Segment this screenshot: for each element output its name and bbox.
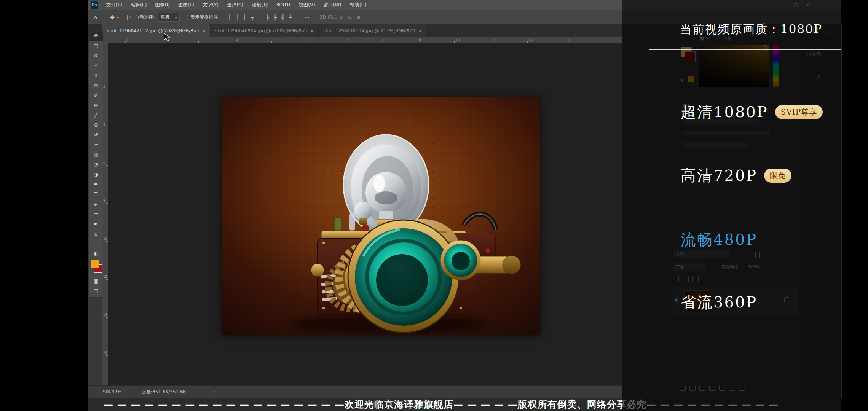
vertical-ruler: 2 4 6 8 10 12 14 16: [102, 43, 109, 385]
shape-tool[interactable]: ▭: [89, 209, 103, 219]
quality-option-360p[interactable]: 省流360P: [681, 292, 757, 312]
auto-select-checkbox[interactable]: ✓: [127, 15, 132, 20]
eyedropper-tool[interactable]: ✐: [89, 90, 103, 100]
video-frame: Ps 文件(F) 编辑(E) 图像(I) 图层(L) 文字(Y) 选择(S) 滤…: [0, 0, 868, 411]
free-badge: 限免: [764, 169, 791, 183]
overlay-divider: [649, 49, 841, 50]
pan-3d-icon[interactable]: ⊕: [356, 14, 361, 20]
dodge-tool[interactable]: ◑: [89, 169, 103, 179]
frame-tool[interactable]: ⊠: [89, 80, 103, 90]
hand-tool[interactable]: ☛: [89, 219, 103, 229]
menu-view[interactable]: 视图(V): [294, 0, 319, 10]
align-right-icon[interactable]: ╡: [243, 14, 246, 20]
rotate-cw-icon[interactable]: ↻: [348, 14, 352, 20]
document-size: 文档:351.6K/351.6K: [142, 389, 186, 395]
dist-bottom-icon[interactable]: ╨: [289, 14, 292, 20]
move-caret-icon[interactable]: ▾: [117, 15, 119, 20]
quality-label: 高清720P: [681, 166, 757, 185]
crop-tool[interactable]: ⌗: [89, 70, 103, 80]
svip-badge: SVIP尊享: [775, 105, 823, 119]
eraser-tool[interactable]: ▱: [89, 140, 103, 150]
tab-label: shot_1296042112.jpg @ 208%(RGB/8#): [107, 28, 199, 33]
canvas-pasteboard[interactable]: [108, 43, 622, 385]
align-left-icon[interactable]: ╞: [228, 14, 231, 20]
color-swatches: [89, 258, 103, 276]
menu-file[interactable]: 文件(F): [102, 0, 126, 10]
quality-option-480p-selected[interactable]: 流畅480P: [681, 229, 757, 249]
quality-label: 流畅480P: [681, 229, 757, 249]
align-center-icon[interactable]: ╪: [236, 14, 239, 20]
quality-option-1080p[interactable]: 超清1080P SVIP尊享: [681, 102, 823, 122]
quality-overlay-dim: [622, 0, 841, 411]
more-options-icon[interactable]: ⋯: [305, 14, 310, 20]
menu-edit[interactable]: 编辑(E): [126, 0, 151, 10]
tool-palette: ✥ ▢ ҩ ✧ ⌗ ⊠ ✐ ⊚ ╱ ⊕ ↺ ▱ ▥ ◔ ◑ ✒ T ▸ ▭ ☛ …: [89, 30, 103, 298]
move-tool[interactable]: ✥: [89, 31, 103, 41]
chevron-down-icon: ▾: [175, 15, 177, 20]
show-transform-checkbox[interactable]: [183, 15, 188, 20]
tab-label: shot_1296046904.jpg @ 203%(RGB/8#): [215, 28, 307, 33]
path-select-tool[interactable]: ▸: [89, 199, 103, 209]
steampunk-camera-artwork: [222, 97, 540, 335]
menu-help[interactable]: 帮助(H): [346, 0, 371, 10]
quick-selection-tool[interactable]: ✧: [89, 61, 103, 70]
menu-type[interactable]: 文字(Y): [198, 0, 223, 10]
document-image[interactable]: [222, 97, 540, 335]
tab-document-2[interactable]: shot_1296046904.jpg @ 203%(RGB/8#) ✕: [210, 24, 318, 37]
edit-toolbar-icon[interactable]: ⋯: [89, 239, 103, 249]
auto-select-label: 自动选择:: [135, 14, 155, 21]
show-transform-label: 显示变换控件: [190, 14, 218, 21]
history-brush-tool[interactable]: ↺: [89, 130, 103, 140]
pen-tool[interactable]: ✒: [89, 179, 103, 189]
zoom-level[interactable]: 208.49%: [101, 389, 121, 394]
tab-label: shot_1298810114.jpg @ 211%(RGB/8#): [323, 28, 415, 33]
quality-label: 省流360P: [681, 292, 757, 312]
menu-image[interactable]: 图像(I): [151, 0, 174, 10]
gradient-tool[interactable]: ▥: [89, 150, 103, 159]
dist-right-icon[interactable]: ╢: [281, 14, 284, 20]
zoom-tool[interactable]: ϙ: [89, 229, 103, 239]
3d-mode-label: 3D 模式: [320, 14, 337, 21]
clone-stamp-tool[interactable]: ⊕: [89, 120, 103, 130]
type-tool[interactable]: T: [89, 189, 103, 199]
menu-select[interactable]: 选择(S): [223, 0, 247, 10]
mouse-cursor: [164, 33, 171, 43]
menu-window[interactable]: 窗口(W): [319, 0, 346, 10]
screen-mode-icon[interactable]: ▣: [89, 276, 103, 286]
view-mode-icon[interactable]: ◫: [89, 286, 103, 296]
tab-close-icon[interactable]: ✕: [310, 29, 313, 33]
tab-document-1[interactable]: shot_1296042112.jpg @ 208%(RGB/8#) ✕: [102, 24, 210, 37]
home-icon[interactable]: ⌂: [94, 14, 97, 21]
quality-option-720p[interactable]: 高清720P 限免: [681, 166, 791, 185]
foreground-color-swatch[interactable]: [91, 260, 99, 268]
healing-tool[interactable]: ⊚: [89, 100, 103, 110]
menu-3d[interactable]: 3D(D): [272, 0, 294, 10]
photoshop-logo-icon: Ps: [91, 1, 98, 9]
status-chevron-icon[interactable]: ›: [213, 389, 215, 394]
tab-close-icon[interactable]: ✕: [203, 29, 206, 33]
status-bar: 208.49% 文档:351.6K/351.6K ›: [88, 385, 622, 398]
lasso-tool[interactable]: ҩ: [89, 51, 103, 61]
tab-document-3[interactable]: shot_1298810114.jpg @ 211%(RGB/8#) ✕: [318, 24, 426, 37]
auto-select-target-value: 图层: [160, 14, 169, 21]
horizontal-ruler: 1 2 3 4 5 6 7 8 9 10 11 12 13: [102, 37, 622, 44]
tab-close-icon[interactable]: ✕: [418, 29, 421, 33]
dist-left-icon[interactable]: ╟: [266, 14, 270, 20]
align-top-icon[interactable]: ╥: [251, 14, 254, 20]
quick-mask-icon[interactable]: ◐: [89, 249, 103, 258]
auto-select-target-dropdown[interactable]: 图层 ▾: [158, 13, 180, 22]
blur-tool[interactable]: ◔: [89, 159, 103, 169]
rotate-ccw-icon[interactable]: ↺: [339, 14, 343, 20]
menu-filter[interactable]: 滤镜(T): [247, 0, 272, 10]
dist-center-icon[interactable]: ╫: [274, 14, 277, 20]
brush-tool[interactable]: ╱: [89, 110, 103, 120]
menu-layer[interactable]: 图层(L): [174, 0, 198, 10]
marquee-tool[interactable]: ▢: [89, 41, 103, 51]
move-tool-icon[interactable]: ✥: [110, 14, 115, 21]
quality-label: 超清1080P: [681, 102, 768, 122]
current-quality-title: 当前视频原画质：1080P: [680, 21, 822, 37]
